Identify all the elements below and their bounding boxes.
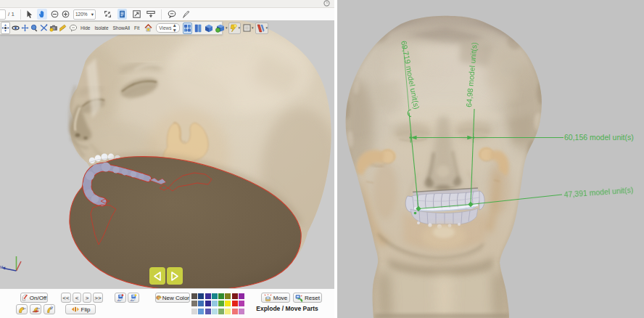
svg-text:da°: da° (130, 298, 135, 302)
default-view-cube-icon[interactable] (205, 23, 213, 33)
prev-button[interactable]: < (73, 293, 81, 303)
disk-blue-icon: da° (117, 294, 124, 302)
save-view-blue-button[interactable]: da° (115, 293, 126, 303)
next-button[interactable]: > (83, 293, 91, 303)
lighting-icon[interactable]: ▾ (228, 23, 241, 34)
measure-tool-icon[interactable] (59, 23, 67, 33)
color-swatch[interactable] (232, 293, 238, 299)
reset-button[interactable]: Reset (293, 293, 322, 303)
hide-button[interactable]: Hide (80, 25, 90, 30)
measure-label-eye-width: 60,156 model unit(s) (564, 133, 634, 142)
background-color-icon[interactable]: ▾ (243, 23, 254, 33)
jaw-tool-2-button[interactable]: 1e (30, 304, 41, 314)
rotate-tool-icon[interactable] (1, 22, 10, 34)
zoom-out-icon[interactable] (51, 9, 59, 20)
marker-pen-icon (22, 294, 28, 301)
spin-tool-icon[interactable] (12, 23, 20, 33)
color-swatch[interactable] (225, 309, 231, 314)
move-button[interactable]: Move (261, 293, 290, 303)
toolbar-separator (20, 9, 21, 20)
page-number-input[interactable] (0, 9, 6, 20)
color-swatch[interactable] (218, 293, 224, 299)
fit-button[interactable]: Fit (134, 25, 139, 30)
select-arrow-icon[interactable] (26, 9, 33, 20)
fullscreen-icon[interactable] (133, 9, 141, 20)
home-view-icon[interactable] (144, 23, 152, 33)
page-view-blue-icon[interactable] (117, 9, 127, 20)
dental-arch-3-icon: 1e (46, 306, 54, 314)
fly-tool-icon[interactable] (40, 23, 48, 33)
zoom-level-dropdown[interactable]: 120% ▾ (73, 9, 96, 20)
comment-bubble-icon[interactable] (168, 9, 176, 20)
save-view-yellow-button[interactable]: da° (128, 293, 139, 303)
left-head-model (65, 20, 334, 288)
color-swatch[interactable] (205, 301, 211, 306)
right-measurement-panel[interactable]: 69,719 model unit(s) 64,98 model unit(s)… (337, 0, 644, 318)
color-swatch[interactable] (232, 301, 238, 306)
clock-icon[interactable] (323, 0, 330, 7)
color-swatch[interactable] (198, 301, 204, 306)
color-swatch[interactable] (191, 301, 197, 306)
triangle-left-icon (152, 271, 162, 282)
dental-arch-1-icon: 1e (18, 306, 26, 314)
show-all-button[interactable]: ShowAll (113, 25, 130, 30)
chevron-down-icon: ▾ (265, 26, 268, 30)
render-mode-cubes-icon[interactable]: ▾ (215, 23, 228, 33)
measure-label-mouth-width: 47,391 model unit(s) (564, 185, 633, 199)
nav-prev-button[interactable] (149, 267, 165, 285)
color-swatch[interactable] (205, 293, 211, 299)
onoff-button[interactable]: On/Off (20, 293, 48, 303)
toolbar-mode-icon[interactable] (146, 9, 155, 20)
chevron-down-icon: ▾ (91, 12, 94, 17)
cross-section-icon[interactable]: ▾ (255, 23, 268, 34)
views-dropdown[interactable]: Views ▲▼ (156, 23, 180, 33)
color-swatch[interactable] (239, 309, 244, 314)
jaw-tool-1-button[interactable]: 1e (16, 304, 28, 314)
nav-next-button[interactable] (167, 267, 183, 285)
jaw-tool-3-button[interactable]: 1e (44, 304, 55, 314)
axis-triad: M (0, 249, 33, 285)
fit-page-icon[interactable] (104, 9, 112, 20)
flip-button[interactable]: Flip (65, 304, 96, 314)
color-swatch[interactable] (239, 301, 244, 306)
3d-viewport[interactable]: Hide Isolate ShowAll Fit Views ▲▼ (0, 20, 334, 288)
svg-text:1e: 1e (50, 306, 53, 309)
last-button[interactable]: >> (93, 293, 103, 303)
first-button[interactable]: << (61, 293, 71, 303)
color-swatch[interactable] (212, 293, 218, 299)
page-total-label: / 1 (8, 11, 15, 17)
new-color-button[interactable]: New Color (155, 293, 190, 303)
color-swatch[interactable] (232, 309, 238, 314)
color-swatch[interactable] (191, 309, 197, 314)
hand-pan-icon[interactable] (37, 9, 47, 20)
disk-yellow-icon: da° (130, 294, 137, 302)
screenshot-stage: / 1 120% ▾ (0, 0, 644, 318)
window-tab-strip (0, 0, 334, 8)
zoom-tool-icon[interactable] (30, 23, 38, 33)
fill-sign-pen-icon[interactable] (182, 9, 191, 20)
color-swatch[interactable] (205, 309, 211, 314)
color-swatch[interactable] (218, 309, 224, 314)
color-swatch[interactable] (198, 309, 204, 314)
model-tree-icon[interactable] (183, 23, 192, 34)
comment-3d-icon[interactable] (69, 23, 78, 33)
move-parts-icon (264, 294, 272, 302)
color-swatch[interactable] (212, 309, 218, 314)
palette-icon (156, 294, 162, 301)
acrobat-main-toolbar: / 1 120% ▾ (0, 8, 334, 21)
color-swatch[interactable] (198, 293, 204, 299)
camera-tool-icon[interactable] (49, 23, 58, 33)
views-label: Views (159, 25, 171, 30)
color-swatch[interactable] (239, 293, 244, 299)
color-swatch[interactable] (212, 301, 218, 306)
isolate-button[interactable]: Isolate (94, 25, 108, 30)
color-swatch[interactable] (191, 293, 197, 299)
dental-arch-2-icon: 1e (32, 306, 40, 314)
color-swatch[interactable] (225, 293, 231, 299)
zoom-in-icon[interactable] (62, 9, 70, 20)
pages-blue-icon[interactable] (194, 23, 202, 33)
pan-tool-icon[interactable] (21, 23, 29, 33)
color-swatch[interactable] (218, 301, 224, 306)
acrobat-3d-toolbar: Hide Isolate ShowAll Fit Views ▲▼ (0, 21, 223, 35)
color-swatch[interactable] (225, 301, 231, 306)
